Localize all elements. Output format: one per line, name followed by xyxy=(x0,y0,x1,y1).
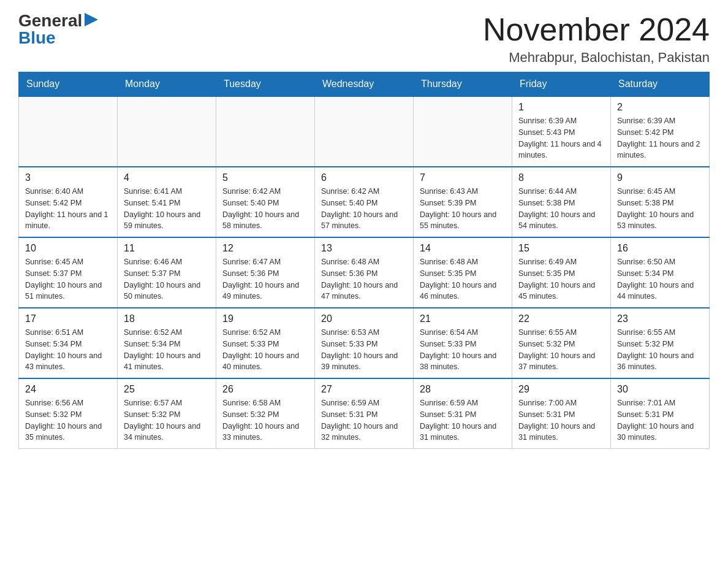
day-info: Sunrise: 6:46 AM Sunset: 5:37 PM Dayligh… xyxy=(124,256,210,302)
calendar-cell: 29Sunrise: 7:00 AM Sunset: 5:31 PM Dayli… xyxy=(512,378,611,449)
day-info: Sunrise: 6:54 AM Sunset: 5:33 PM Dayligh… xyxy=(420,327,506,373)
day-info: Sunrise: 6:59 AM Sunset: 5:31 PM Dayligh… xyxy=(321,397,407,443)
day-info: Sunrise: 6:52 AM Sunset: 5:33 PM Dayligh… xyxy=(222,327,308,373)
day-number: 24 xyxy=(25,384,111,395)
day-number: 15 xyxy=(518,243,604,254)
day-number: 5 xyxy=(222,172,308,183)
day-number: 7 xyxy=(420,172,506,183)
day-number: 13 xyxy=(321,243,407,254)
calendar-header-wednesday: Wednesday xyxy=(315,72,414,97)
day-info: Sunrise: 6:51 AM Sunset: 5:34 PM Dayligh… xyxy=(25,327,111,373)
calendar-cell: 13Sunrise: 6:48 AM Sunset: 5:36 PM Dayli… xyxy=(315,237,414,308)
calendar-cell: 17Sunrise: 6:51 AM Sunset: 5:34 PM Dayli… xyxy=(19,308,118,378)
day-number: 3 xyxy=(25,172,111,183)
day-info: Sunrise: 6:40 AM Sunset: 5:42 PM Dayligh… xyxy=(25,186,111,232)
calendar-cell: 16Sunrise: 6:50 AM Sunset: 5:34 PM Dayli… xyxy=(611,237,710,308)
month-title: November 2024 xyxy=(483,12,710,47)
calendar-cell: 20Sunrise: 6:53 AM Sunset: 5:33 PM Dayli… xyxy=(315,308,414,378)
calendar-cell: 21Sunrise: 6:54 AM Sunset: 5:33 PM Dayli… xyxy=(414,308,512,378)
day-number: 4 xyxy=(124,172,210,183)
logo-blue-text: Blue xyxy=(18,29,56,47)
calendar-cell: 3Sunrise: 6:40 AM Sunset: 5:42 PM Daylig… xyxy=(19,167,118,237)
day-number: 12 xyxy=(222,243,308,254)
day-number: 16 xyxy=(617,243,703,254)
day-info: Sunrise: 6:56 AM Sunset: 5:32 PM Dayligh… xyxy=(25,397,111,443)
day-info: Sunrise: 6:52 AM Sunset: 5:34 PM Dayligh… xyxy=(124,327,210,373)
day-number: 9 xyxy=(617,172,703,183)
logo-general-text: General xyxy=(18,12,82,29)
calendar-cell: 12Sunrise: 6:47 AM Sunset: 5:36 PM Dayli… xyxy=(216,237,315,308)
calendar-header-row: SundayMondayTuesdayWednesdayThursdayFrid… xyxy=(19,72,710,97)
day-number: 26 xyxy=(222,384,308,395)
day-number: 22 xyxy=(518,313,604,324)
calendar-header-saturday: Saturday xyxy=(611,72,710,97)
calendar-week-row: 17Sunrise: 6:51 AM Sunset: 5:34 PM Dayli… xyxy=(19,308,710,378)
calendar-cell xyxy=(315,96,414,167)
location-text: Mehrabpur, Balochistan, Pakistan xyxy=(483,50,710,66)
day-info: Sunrise: 6:39 AM Sunset: 5:43 PM Dayligh… xyxy=(518,115,604,161)
calendar-header-friday: Friday xyxy=(512,72,611,97)
day-info: Sunrise: 6:48 AM Sunset: 5:36 PM Dayligh… xyxy=(321,256,407,302)
calendar-cell: 27Sunrise: 6:59 AM Sunset: 5:31 PM Dayli… xyxy=(315,378,414,449)
calendar-header-thursday: Thursday xyxy=(414,72,512,97)
day-number: 1 xyxy=(518,102,604,113)
day-number: 27 xyxy=(321,384,407,395)
day-info: Sunrise: 6:44 AM Sunset: 5:38 PM Dayligh… xyxy=(518,186,604,232)
calendar-cell: 28Sunrise: 6:59 AM Sunset: 5:31 PM Dayli… xyxy=(414,378,512,449)
title-block: November 2024 Mehrabpur, Balochistan, Pa… xyxy=(483,12,710,66)
calendar-cell: 19Sunrise: 6:52 AM Sunset: 5:33 PM Dayli… xyxy=(216,308,315,378)
calendar-cell: 6Sunrise: 6:42 AM Sunset: 5:40 PM Daylig… xyxy=(315,167,414,237)
calendar-cell: 8Sunrise: 6:44 AM Sunset: 5:38 PM Daylig… xyxy=(512,167,611,237)
calendar-cell: 22Sunrise: 6:55 AM Sunset: 5:32 PM Dayli… xyxy=(512,308,611,378)
day-info: Sunrise: 7:00 AM Sunset: 5:31 PM Dayligh… xyxy=(518,397,604,443)
day-info: Sunrise: 6:45 AM Sunset: 5:38 PM Dayligh… xyxy=(617,186,703,232)
day-info: Sunrise: 6:50 AM Sunset: 5:34 PM Dayligh… xyxy=(617,256,703,302)
calendar-cell: 24Sunrise: 6:56 AM Sunset: 5:32 PM Dayli… xyxy=(19,378,118,449)
calendar-week-row: 1Sunrise: 6:39 AM Sunset: 5:43 PM Daylig… xyxy=(19,96,710,167)
day-number: 6 xyxy=(321,172,407,183)
day-info: Sunrise: 6:48 AM Sunset: 5:35 PM Dayligh… xyxy=(420,256,506,302)
day-info: Sunrise: 6:41 AM Sunset: 5:41 PM Dayligh… xyxy=(124,186,210,232)
calendar-cell: 18Sunrise: 6:52 AM Sunset: 5:34 PM Dayli… xyxy=(118,308,216,378)
day-number: 23 xyxy=(617,313,703,324)
day-info: Sunrise: 6:58 AM Sunset: 5:32 PM Dayligh… xyxy=(222,397,308,443)
day-number: 18 xyxy=(124,313,210,324)
day-number: 2 xyxy=(617,102,703,113)
calendar-cell: 15Sunrise: 6:49 AM Sunset: 5:35 PM Dayli… xyxy=(512,237,611,308)
calendar-cell: 26Sunrise: 6:58 AM Sunset: 5:32 PM Dayli… xyxy=(216,378,315,449)
day-info: Sunrise: 6:42 AM Sunset: 5:40 PM Dayligh… xyxy=(222,186,308,232)
svg-marker-0 xyxy=(85,13,98,26)
calendar-cell: 25Sunrise: 6:57 AM Sunset: 5:32 PM Dayli… xyxy=(118,378,216,449)
calendar-cell: 23Sunrise: 6:55 AM Sunset: 5:32 PM Dayli… xyxy=(611,308,710,378)
day-info: Sunrise: 7:01 AM Sunset: 5:31 PM Dayligh… xyxy=(617,397,703,443)
calendar-cell: 1Sunrise: 6:39 AM Sunset: 5:43 PM Daylig… xyxy=(512,96,611,167)
calendar-cell xyxy=(414,96,512,167)
calendar-cell: 4Sunrise: 6:41 AM Sunset: 5:41 PM Daylig… xyxy=(118,167,216,237)
page-header: General Blue November 2024 Mehrabpur, Ba… xyxy=(18,12,710,66)
day-info: Sunrise: 6:39 AM Sunset: 5:42 PM Dayligh… xyxy=(617,115,703,161)
calendar-cell xyxy=(216,96,315,167)
day-number: 28 xyxy=(420,384,506,395)
day-number: 21 xyxy=(420,313,506,324)
day-info: Sunrise: 6:55 AM Sunset: 5:32 PM Dayligh… xyxy=(518,327,604,373)
day-number: 17 xyxy=(25,313,111,324)
day-number: 29 xyxy=(518,384,604,395)
day-info: Sunrise: 6:59 AM Sunset: 5:31 PM Dayligh… xyxy=(420,397,506,443)
day-number: 14 xyxy=(420,243,506,254)
day-number: 30 xyxy=(617,384,703,395)
calendar-header-monday: Monday xyxy=(118,72,216,97)
calendar-cell: 9Sunrise: 6:45 AM Sunset: 5:38 PM Daylig… xyxy=(611,167,710,237)
day-number: 11 xyxy=(124,243,210,254)
calendar-week-row: 3Sunrise: 6:40 AM Sunset: 5:42 PM Daylig… xyxy=(19,167,710,237)
calendar-cell: 7Sunrise: 6:43 AM Sunset: 5:39 PM Daylig… xyxy=(414,167,512,237)
calendar-week-row: 24Sunrise: 6:56 AM Sunset: 5:32 PM Dayli… xyxy=(19,378,710,449)
day-number: 19 xyxy=(222,313,308,324)
day-info: Sunrise: 6:53 AM Sunset: 5:33 PM Dayligh… xyxy=(321,327,407,373)
logo-triangle-icon xyxy=(85,13,98,26)
calendar-week-row: 10Sunrise: 6:45 AM Sunset: 5:37 PM Dayli… xyxy=(19,237,710,308)
calendar-cell: 5Sunrise: 6:42 AM Sunset: 5:40 PM Daylig… xyxy=(216,167,315,237)
calendar-header-tuesday: Tuesday xyxy=(216,72,315,97)
day-info: Sunrise: 6:49 AM Sunset: 5:35 PM Dayligh… xyxy=(518,256,604,302)
day-number: 8 xyxy=(518,172,604,183)
calendar-cell: 11Sunrise: 6:46 AM Sunset: 5:37 PM Dayli… xyxy=(118,237,216,308)
